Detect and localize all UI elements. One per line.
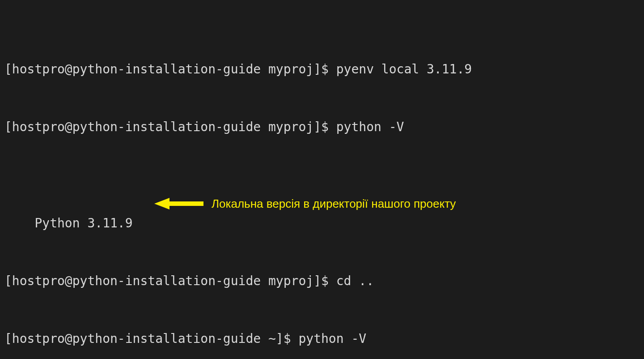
terminal-line: [hostpro@python-installation-guide ~]$ p… [4, 329, 640, 348]
annotation-local: Локальна версія в директорії нашого прое… [154, 198, 456, 209]
terminal[interactable]: [hostpro@python-installation-guide mypro… [0, 0, 644, 359]
svg-marker-0 [154, 198, 203, 209]
terminal-line: [hostpro@python-installation-guide mypro… [4, 271, 640, 291]
arrow-left-icon [154, 198, 203, 209]
output-text: Python 3.11.9 [34, 216, 132, 231]
terminal-line: [hostpro@python-installation-guide mypro… [4, 60, 640, 79]
annotation-text: Локальна версія в директорії нашого прое… [212, 198, 456, 209]
terminal-line: [hostpro@python-installation-guide mypro… [4, 117, 640, 137]
terminal-line-local-version: Python 3.11.9 Локальна версія в директор… [4, 194, 640, 214]
